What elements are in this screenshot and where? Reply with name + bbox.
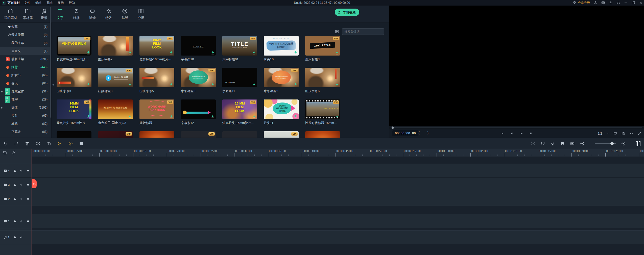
- video-preview[interactable]: [389, 6, 644, 126]
- next-frame-icon[interactable]: [510, 132, 514, 135]
- add-text-icon[interactable]: [46, 141, 51, 146]
- snapshot-icon[interactable]: [621, 132, 625, 136]
- template-item[interactable]: [222, 131, 257, 138]
- template-thumbnail[interactable]: VIP: [98, 131, 133, 138]
- eye-icon[interactable]: [26, 183, 30, 187]
- sidebar-item-花字[interactable]: 限免花字(29): [0, 95, 51, 104]
- template-item-超宽屏标题-16mm胶···[interactable]: VINTAGE FILMVIP超宽屏标题-16mm胶···: [57, 36, 91, 62]
- seek-handle[interactable]: [392, 126, 394, 129]
- template-item-片头10[interactable]: YOUR TEXT HEREYOUR HEADLINE HERE片头10: [264, 36, 299, 62]
- speaker-icon[interactable]: [629, 132, 633, 136]
- template-item-字幕条12[interactable]: 字幕条12: [181, 99, 216, 125]
- zoom-out-icon[interactable]: [580, 141, 585, 146]
- feedback-icon[interactable]: [601, 1, 605, 5]
- audio-track-1[interactable]: 1: [0, 230, 644, 244]
- headset-icon[interactable]: [616, 1, 620, 5]
- template-thumbnail[interactable]: YOUR TEXT HEREYOUR HEADLINE HERE: [264, 36, 299, 56]
- sidebar-item-萌新上架[interactable]: 新萌新上架(591): [0, 55, 51, 63]
- stop-icon[interactable]: [529, 132, 533, 135]
- timeline-ruler[interactable]: 00:00:00:0000:00:05:0000:00:10:0000:00:1…: [32, 149, 644, 157]
- zoom-slider[interactable]: [595, 143, 616, 144]
- sidebar-item-春天[interactable]: 春天(84): [0, 79, 51, 87]
- mute-icon[interactable]: [20, 183, 23, 187]
- quality-icon[interactable]: [540, 141, 545, 146]
- template-thumbnail[interactable]: 聚力新时代·点亮新征程: [98, 99, 133, 119]
- tab-转场[interactable]: 转场: [68, 8, 84, 20]
- video-track-1[interactable]: 1: [0, 214, 644, 228]
- video-track-2[interactable]: 2: [0, 192, 644, 206]
- template-thumbnail[interactable]: [98, 36, 133, 56]
- template-item-国庆字幕5[interactable]: 国庆字幕5: [139, 68, 174, 93]
- download-icon[interactable]: [128, 83, 132, 86]
- download-icon[interactable]: [335, 51, 339, 55]
- eye-icon[interactable]: [26, 219, 30, 223]
- template-thumbnail[interactable]: VIP: [264, 131, 299, 138]
- sidebar-item-标题[interactable]: 标题(82): [0, 120, 51, 128]
- template-item[interactable]: VIP: [264, 131, 299, 138]
- template-item-噪点片头-16mm胶片···[interactable]: 16MM FILM LOOKVIP噪点片头-16mm胶片···: [57, 99, 91, 125]
- template-item-金色粒子-国庆片头3[interactable]: 聚力新时代·点亮新征程金色粒子-国庆片头3: [98, 99, 133, 125]
- sidebar-item-最近使用[interactable]: 最近使用(9): [0, 31, 51, 39]
- cut-icon[interactable]: [36, 141, 40, 146]
- download-icon[interactable]: [609, 1, 613, 5]
- template-item[interactable]: VIP: [181, 131, 216, 138]
- download-icon[interactable]: [128, 115, 132, 118]
- sidebar-collapse-icon[interactable]: ◀: [52, 83, 54, 86]
- upgrade-membership-button[interactable]: 会员升级: [573, 1, 590, 5]
- tab-我的素材[interactable]: 我的素材: [2, 8, 20, 20]
- video-track-4[interactable]: 4: [0, 164, 644, 178]
- template-thumbnail[interactable]: VINTAGE FILMVIP: [305, 99, 340, 119]
- template-thumbnail[interactable]: YOUR HEADLINE HERE: [264, 99, 299, 119]
- template-thumbnail[interactable]: [305, 68, 340, 87]
- template-item-墨水标题3[interactable]: INK TITLEVIP墨水标题3: [305, 36, 340, 62]
- render-preview-icon[interactable]: [531, 141, 535, 146]
- template-item-水彩标题3[interactable]: WatercolorousSPLIT TO MAGICVIP水彩标题3: [181, 68, 216, 93]
- template-item[interactable]: [305, 131, 340, 138]
- sidebar-item-自定义[interactable]: 自定义(1): [0, 47, 51, 55]
- adjust-icon[interactable]: [79, 141, 84, 146]
- template-thumbnail[interactable]: VIP: [181, 131, 216, 138]
- template-item-旋转标题[interactable]: WORK HARD PLAY HARDVIP旋转标题: [139, 99, 174, 125]
- expander-icon[interactable]: ▶: [1, 107, 4, 109]
- sidebar-item-我的字幕[interactable]: 我的字幕(0): [0, 39, 51, 47]
- playhead[interactable]: [32, 149, 32, 255]
- download-icon[interactable]: [128, 51, 132, 55]
- download-icon[interactable]: [87, 115, 90, 118]
- template-thumbnail[interactable]: WatercolorousSPLIT TO MAGICVIP: [264, 68, 299, 87]
- template-thumbnail[interactable]: TITLELOWER TITLE HEREVIP: [222, 36, 257, 56]
- download-icon[interactable]: [252, 51, 256, 55]
- download-icon[interactable]: [294, 83, 297, 86]
- seek-bar[interactable]: [389, 126, 644, 129]
- sidebar-item-推荐[interactable]: 推荐(448): [0, 63, 51, 71]
- template-thumbnail[interactable]: VINTAGE FILMVIP: [57, 36, 91, 56]
- template-thumbnail[interactable]: [57, 131, 91, 138]
- mute-icon[interactable]: [20, 219, 23, 223]
- download-icon[interactable]: [170, 83, 173, 86]
- lock-icon[interactable]: [13, 197, 17, 201]
- template-thumbnail[interactable]: [139, 131, 174, 138]
- template-item-水彩标题2[interactable]: WatercolorousSPLIT TO MAGICVIP水彩标题2: [264, 68, 299, 93]
- template-thumbnail[interactable]: You Title Here: [181, 36, 216, 56]
- download-icon[interactable]: [211, 83, 214, 86]
- download-icon[interactable]: [170, 115, 173, 118]
- lock-icon[interactable]: [13, 219, 17, 223]
- undo-icon[interactable]: [3, 141, 8, 146]
- mark-out-button[interactable]: }: [427, 131, 429, 135]
- template-thumbnail[interactable]: 16 MM FILM LOOKVIP: [222, 99, 257, 119]
- menu-显示[interactable]: 显示: [57, 0, 64, 6]
- template-thumbnail[interactable]: [305, 131, 340, 138]
- minimize-icon[interactable]: [624, 1, 628, 5]
- template-item-国庆字幕6[interactable]: 国庆字幕6: [305, 68, 340, 93]
- sidebar-item-媒体[interactable]: ▶媒体(2192): [0, 104, 51, 112]
- template-item-炫光片头-16mm胶片···[interactable]: 16 MM FILM LOOKVIP炫光片头-16mm胶片···: [222, 99, 257, 125]
- sidebar-item-党政宣传[interactable]: ▶限免党政宣传(31): [0, 87, 51, 95]
- tab-分屏[interactable]: 分屏: [133, 8, 149, 20]
- prev-frame-icon[interactable]: [501, 132, 505, 135]
- tab-滤镜[interactable]: 滤镜: [84, 8, 101, 20]
- export-video-button[interactable]: 导出视频: [335, 9, 359, 16]
- user-icon[interactable]: [593, 1, 598, 5]
- menu-文件[interactable]: 文件: [24, 0, 31, 6]
- delete-icon[interactable]: [25, 141, 30, 146]
- mute-icon[interactable]: [20, 236, 23, 239]
- download-icon[interactable]: [211, 51, 214, 55]
